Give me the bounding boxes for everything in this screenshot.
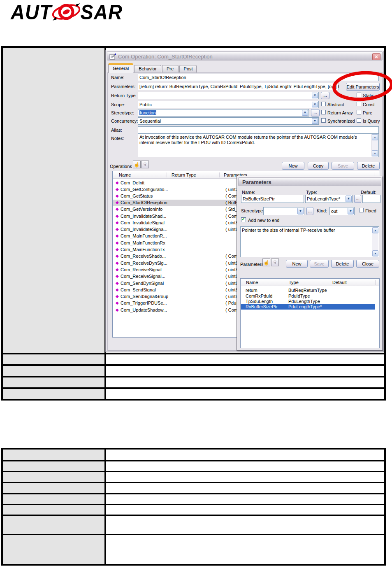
notes-field[interactable]: At invocation of this service the AUTOSA… [138,133,379,157]
table-cell [3,389,104,399]
table-cell [3,516,104,534]
chevron-down-icon[interactable]: ▼ [302,110,308,116]
chevron-down-icon[interactable]: ▼ [297,208,304,214]
param-description-field[interactable]: Pointer to the size of internal TP-recei… [240,226,379,257]
alias-field[interactable] [138,126,379,134]
tab-post[interactable]: Post [179,65,197,73]
return-type-more-button[interactable]: ... [321,92,329,99]
tab-general[interactable]: General [108,63,133,73]
is-query-checkbox[interactable] [357,118,361,123]
delete-button[interactable]: Delete [357,162,380,170]
param-new-button[interactable]: New [286,260,308,268]
synchronized-checkbox[interactable] [321,118,326,123]
chevron-down-icon[interactable]: ▼ [312,118,318,124]
notes-scrollbar[interactable]: ▲ ▼ [371,134,378,156]
param-stereotype-combo[interactable]: ▼ [263,207,304,215]
chevron-down-icon[interactable]: ▼ [312,93,318,98]
stereotype-combo[interactable]: function ▼ [138,109,309,116]
stereotype-more-button[interactable]: ... [311,109,320,116]
fixed-checkbox[interactable] [359,208,364,212]
abstract-checkbox[interactable] [321,102,326,106]
dialog-titlebar[interactable]: Com Operation: Com_StartOfReception ✕ [107,51,383,61]
alias-label: Alias: [111,128,122,133]
scope-combo[interactable]: Public ▼ [138,101,319,108]
return-array-checkbox[interactable] [321,110,326,114]
operation-icon: ◆ [116,274,119,278]
tab-behavior[interactable]: Behavior [134,65,161,73]
logo-text-sar: SAR [81,0,123,24]
param-stereotype-more-button[interactable]: ... [306,207,313,215]
list-item[interactable]: TpSduLengthPduLengthType [241,299,375,304]
add-new-to-end-checkbox[interactable]: ✓ [241,217,246,222]
dialog-title: Parameters [242,179,271,185]
scroll-down-icon[interactable]: ▼ [372,250,378,256]
parameters-list-header[interactable]: Name Type Default [241,279,379,286]
table-cell [3,535,104,564]
return-type-combo[interactable]: ▼ [138,92,319,99]
tab-pre[interactable]: Pre [162,65,179,73]
param-type-combo[interactable]: PduLengthType* ▼ [305,195,353,203]
list-item-selected[interactable]: RxBufferSizePtrPduLengthType* [241,304,375,310]
table-cell [3,494,104,504]
param-type-more-button[interactable]: ... [354,195,361,203]
table-cell [106,535,384,564]
parameters-field[interactable]: [return] return: BufReqReturnType, ComRx… [138,83,339,90]
table-cell [106,516,384,534]
param-default-label: Default: [361,190,376,195]
operation-icon: ◆ [116,207,119,211]
operation-icon: ◆ [116,261,119,265]
param-name-field[interactable]: RxBufferSizePtr [241,195,304,203]
list-item[interactable]: ComRxPduIdPduIdType [241,293,375,299]
scroll-up-icon[interactable]: ▲ [372,134,378,140]
column-header-return-type[interactable]: Return Type [172,172,196,177]
param-default-field[interactable] [362,195,380,203]
pure-checkbox[interactable] [357,110,361,114]
column-header-name[interactable]: Name [119,172,131,177]
operation-icon: ◆ [116,307,119,312]
table-cell [3,483,104,493]
stereotype-label: Stereotype: [111,110,134,115]
table-cell [106,366,384,376]
copy-button[interactable]: Copy [308,162,329,170]
column-header-type[interactable]: Type [289,280,299,285]
parameters-list: Name Type Default returnBufReqReturnType… [240,278,380,348]
operation-icon: ◆ [116,214,119,218]
scroll-up-icon[interactable]: ▲ [372,227,378,233]
notes-label: Notes: [111,136,124,141]
param-kind-combo[interactable]: out ▼ [329,207,355,215]
param-close-button[interactable]: Close [356,260,379,268]
pure-label: Pure [363,110,372,115]
table-cell [106,450,384,460]
logo-text-aut: AUT [11,0,52,24]
new-button[interactable]: New [282,162,304,170]
synchronized-label: Synchronized [327,119,355,123]
chevron-down-icon[interactable]: ▼ [346,196,352,202]
column-header-default[interactable]: Default [332,280,347,285]
close-icon[interactable]: ✕ [372,53,380,61]
move-up-icon[interactable]: ☝ [262,259,270,266]
table-cell [3,377,104,387]
chevron-down-icon[interactable]: ▼ [348,208,354,214]
param-delete-button[interactable]: Delete [331,260,354,268]
save-button[interactable]: Save [332,162,354,170]
scope-label: Scope: [111,102,125,107]
column-header-name[interactable]: Name [246,280,258,285]
operation-icon: ◆ [116,220,119,225]
scroll-down-icon[interactable]: ▼ [372,150,378,156]
autosar-logo: AUT SAR [11,1,123,23]
concurrency-label: Concurrency: [111,119,138,123]
annotation-ellipse [331,69,392,104]
list-item[interactable]: returnBufReqReturnType [241,288,375,293]
dialog-titlebar[interactable]: Parameters [238,177,381,186]
param-save-button[interactable]: Save [310,260,329,268]
description-scrollbar[interactable]: ▲ ▼ [372,227,378,256]
concurrency-combo[interactable]: Sequential ▼ [138,117,319,125]
table-cell [3,472,104,482]
move-up-icon[interactable]: ☝ [133,161,141,168]
move-down-icon[interactable]: ☟ [271,259,279,266]
parameters-dialog: Parameters Name: RxBufferSizePtr Type: P… [237,176,383,351]
move-down-icon[interactable]: ☟ [141,161,149,168]
chevron-down-icon[interactable]: ▼ [312,102,318,107]
document-page: { "logo": {"part1": "AUT", "part2": "SAR… [0,0,392,566]
tab-strip: General Behavior Pre Post [108,62,197,73]
